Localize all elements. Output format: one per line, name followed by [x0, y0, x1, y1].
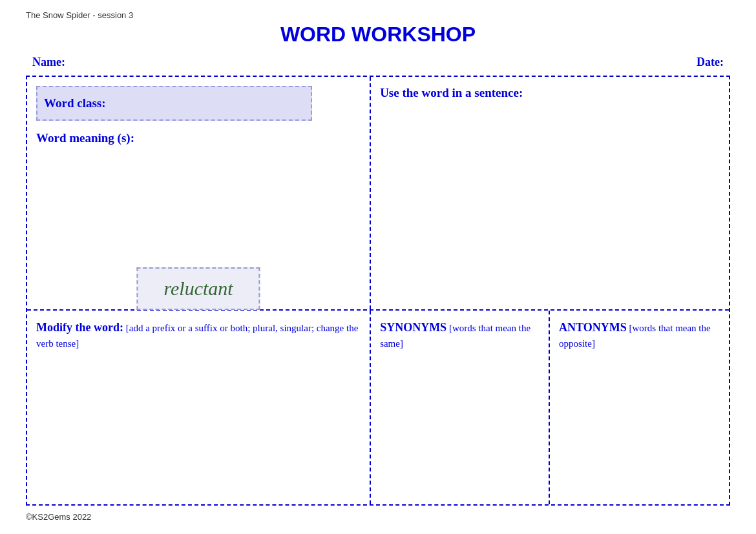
footer-copyright: ©KS2Gems 2022	[26, 512, 730, 522]
word-meaning-label: Word meaning (s):	[36, 131, 361, 145]
date-label: Date:	[697, 56, 724, 69]
synonyms-bold: SYNONYMS	[380, 321, 446, 334]
center-word-box: reluctant	[136, 267, 260, 310]
main-title: WORD WORKSHOP	[26, 23, 730, 46]
main-container: Word class: Word meaning (s): reluctant …	[26, 76, 730, 506]
center-word: reluctant	[163, 278, 233, 299]
session-label: The Snow Spider - session 3	[26, 10, 133, 20]
center-word-container: reluctant	[136, 267, 260, 310]
antonyms-label: ANTONYMS [words that mean the opposite]	[559, 320, 720, 351]
word-class-label: Word class:	[44, 96, 106, 110]
word-class-box: Word class:	[36, 86, 312, 121]
bottom-row: Modify the word: [add a prefix or a suff…	[27, 311, 729, 504]
top-row: Word class: Word meaning (s): reluctant …	[27, 77, 729, 311]
name-label: Name:	[32, 56, 65, 69]
modify-bold: Modify the word:	[36, 321, 123, 334]
right-panel: Use the word in a sentence:	[371, 77, 729, 309]
antonyms-bold: ANTONYMS	[559, 321, 627, 334]
use-sentence-label: Use the word in a sentence:	[380, 86, 523, 99]
synonyms-label: SYNONYMS [words that mean the same]	[380, 320, 540, 351]
antonyms-panel: ANTONYMS [words that mean the opposite]	[550, 311, 729, 504]
left-panel: Word class: Word meaning (s): reluctant	[27, 77, 371, 309]
synonyms-panel: SYNONYMS [words that mean the same]	[371, 311, 550, 504]
bottom-left-panel: Modify the word: [add a prefix or a suff…	[27, 311, 371, 504]
modify-label: Modify the word: [add a prefix or a suff…	[36, 320, 361, 351]
